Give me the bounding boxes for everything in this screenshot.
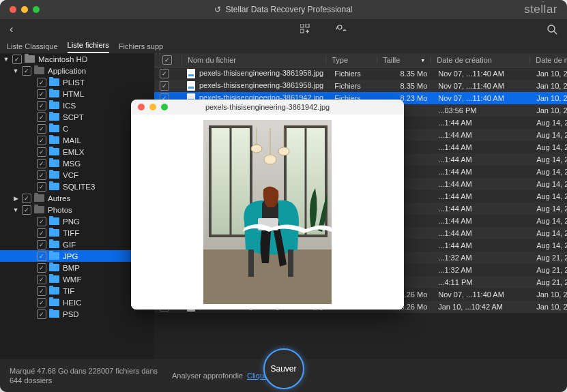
cell-created: ...1:32 AM (433, 266, 531, 274)
cell-modified: Aug 14, 2023 05:36 PM (531, 180, 567, 188)
column-name[interactable]: Nom du fichier (182, 56, 326, 64)
cell-modified: Aug 14, 2023 05:36 PM (531, 119, 567, 127)
cell-size: 8.35 Mo (379, 82, 433, 90)
cell-modified: Aug 21, 2023 04:11 PM (531, 266, 567, 274)
svg-point-3 (338, 25, 342, 29)
back-button[interactable]: ‹ (10, 23, 13, 35)
deep-scan-label: Analyser approfondie (172, 372, 243, 380)
window-title: ↺ Stellar Data Recovery Professional (0, 5, 567, 14)
save-button[interactable]: Sauver (263, 348, 304, 389)
row-checkbox[interactable]: ✓ (160, 81, 169, 91)
preview-body (131, 115, 404, 310)
row-checkbox[interactable]: ✓ (160, 69, 169, 78)
svg-rect-17 (248, 250, 254, 277)
column-modified[interactable]: Date de modification (530, 56, 567, 64)
cell-type: Fichiers (329, 82, 379, 90)
grid-view-icon[interactable] (300, 24, 315, 35)
preview-title: pexels-thisisengineering-3861942.jpg (131, 103, 404, 111)
cell-modified: Aug 14, 2023 05:39 PM (531, 217, 567, 225)
file-icon (187, 69, 195, 78)
table-row[interactable]: ✓pexels-thisisengineering-3861958.jpgFic… (154, 67, 567, 80)
cell-created: Nov 07, ...11:40 AM (433, 94, 531, 102)
cell-modified: Jan 10, 2023 03:57 PM (531, 94, 567, 102)
cell-created: ...1:44 AM (433, 217, 531, 225)
cell-created: ...1:44 AM (433, 131, 531, 139)
select-all-checkbox[interactable]: ✓ (162, 55, 172, 65)
preview-titlebar: pexels-thisisengineering-3861942.jpg (131, 100, 404, 115)
tree-node-application[interactable]: ▼✓Application (0, 65, 154, 76)
column-type[interactable]: Type (326, 56, 377, 64)
cell-modified: Jan 10, 2023 10:41 AM (531, 70, 567, 78)
tree-node-psd[interactable]: ✓PSD (0, 308, 154, 320)
svg-point-15 (278, 147, 289, 155)
cell-created: ...1:32 AM (433, 254, 531, 262)
svg-point-14 (264, 155, 276, 164)
brand-logo: stell¨ar (524, 3, 557, 16)
tab-deleted[interactable]: Fichiers supp (119, 42, 163, 53)
cell-size: 8.35 Mo (379, 70, 433, 78)
undo-icon: ↺ (214, 5, 221, 14)
toolbar: ‹ (0, 19, 567, 40)
cell-created: ...1:44 AM (433, 241, 531, 250)
cell-name: pexels-thisisengineering-3861958.jpg (181, 81, 329, 91)
cell-type: Fichiers (329, 70, 379, 78)
cell-modified: Aug 14, 2023 05:36 PM (531, 143, 567, 151)
svg-rect-2 (300, 29, 304, 33)
preview-image (203, 120, 332, 304)
svg-point-4 (548, 25, 555, 32)
cell-name: pexels-thisisengineering-3861958.jpg (181, 69, 329, 78)
cell-modified: Aug 14, 2023 05:39 PM (531, 205, 567, 213)
status-text: Marqué 47.68 Go dans 228007 fichiers dan… (10, 366, 160, 386)
cell-modified: Jan 10, 2023 10:41 AM (531, 290, 567, 299)
view-tabs: Liste Classique Liste fichiers Fichiers … (0, 40, 567, 54)
cell-modified: Jan 10, 2023 10:41 AM (531, 82, 567, 90)
tree-node-html[interactable]: ✓HTML (0, 88, 154, 100)
svg-rect-0 (300, 24, 304, 27)
tab-files[interactable]: Liste fichiers (68, 41, 109, 53)
svg-rect-18 (288, 250, 293, 277)
cell-created: ...1:44 AM (433, 119, 531, 127)
sort-desc-icon: ▼ (420, 58, 425, 63)
column-size[interactable]: Taille▼ (377, 56, 431, 64)
preview-window[interactable]: pexels-thisisengineering-3861942.jpg (131, 100, 404, 310)
cell-created: ...1:44 AM (433, 205, 531, 213)
cell-created: Nov 07, ...11:40 AM (433, 82, 531, 90)
column-created[interactable]: Date de création (431, 56, 530, 64)
cell-modified: Jan 10, 2023 03:57 PM (531, 106, 567, 115)
settings-icon[interactable] (336, 24, 348, 35)
cell-modified: Aug 14, 2023 05:36 PM (531, 155, 567, 164)
tree-node-plist[interactable]: ✓PLIST (0, 76, 154, 88)
cell-modified: Jan 10, 2023 10:42 AM (531, 303, 567, 311)
cell-created: Nov 07, ...11:40 AM (433, 290, 531, 299)
table-header: ✓ Nom du fichier Type Taille▼ Date de cr… (154, 53, 567, 67)
svg-point-13 (251, 145, 262, 153)
tab-classic[interactable]: Liste Classique (7, 42, 58, 53)
cell-modified: Aug 14, 2023 05:36 PM (531, 131, 567, 139)
cell-modified: Aug 14, 2023 05:36 PM (531, 168, 567, 176)
search-icon[interactable] (547, 24, 557, 35)
cell-modified: Aug 14, 2023 05:36 PM (531, 192, 567, 200)
cell-modified: Aug 14, 2023 05:39 PM (531, 229, 567, 237)
cell-created: Jan 10, ...10:42 AM (433, 303, 531, 311)
tree-node-root[interactable]: ▼✓Macintosh HD (0, 53, 154, 65)
cell-created: ...1:44 AM (433, 143, 531, 151)
cell-created: ...4:11 PM (433, 278, 531, 286)
cell-created: ...1:44 AM (433, 192, 531, 200)
file-icon (187, 81, 195, 91)
cell-modified: Aug 21, 2023 04:11 PM (531, 278, 567, 286)
cell-created: ...1:44 AM (433, 155, 531, 164)
cell-modified: Aug 21, 2023 04:11 PM (531, 254, 567, 262)
cell-modified: Aug 14, 2023 05:36 PM (531, 241, 567, 250)
cell-created: ...1:44 AM (433, 180, 531, 188)
main-window: ↺ Stellar Data Recovery Professional ste… (0, 0, 567, 392)
table-row[interactable]: ✓pexels-thisisengineering-3861958.jpgFic… (154, 80, 567, 92)
cell-created: ...03:56 PM (433, 106, 531, 115)
svg-rect-1 (306, 24, 309, 27)
cell-created: ...1:44 AM (433, 168, 531, 176)
cell-created: ...1:44 AM (433, 229, 531, 237)
titlebar: ↺ Stellar Data Recovery Professional ste… (0, 0, 567, 19)
cell-created: Nov 07, ...11:40 AM (433, 70, 531, 78)
